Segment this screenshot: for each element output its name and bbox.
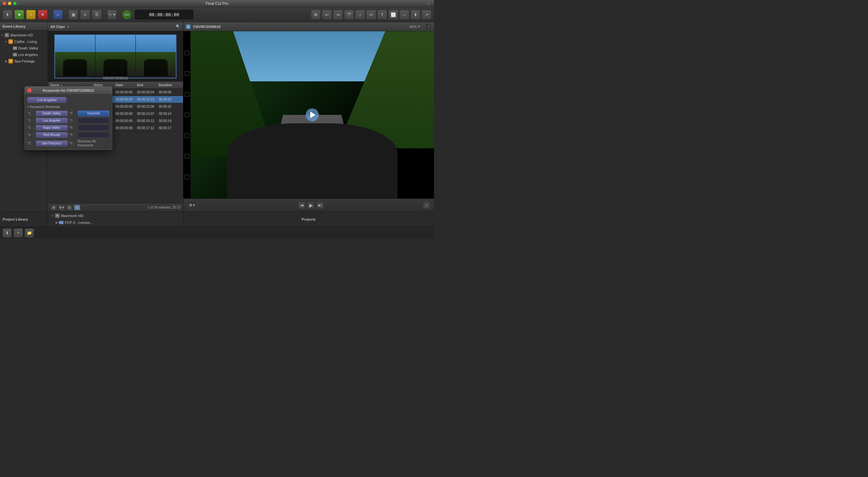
scene-car xyxy=(227,123,398,199)
arrow-icon-fcp: ▶ xyxy=(56,221,59,224)
import-from-device-button[interactable]: ⬇ xyxy=(3,229,12,238)
preview-toolbar: ◈ CNV0072030610 64% ▾ ⤢ xyxy=(183,22,434,31)
shortcut-tag-death-valley[interactable]: Death Valley xyxy=(36,111,68,116)
project-label-hd: Macintosh HD xyxy=(61,214,83,218)
toggle-sidebar-button[interactable]: ⊞ xyxy=(51,205,57,210)
tool-audio[interactable]: ♪ xyxy=(355,10,365,20)
tool-video[interactable]: 🎬 xyxy=(344,10,354,20)
shortcut-tag-empty-7[interactable]: ‌ xyxy=(78,118,110,123)
play-overlay-button[interactable] xyxy=(306,108,319,122)
checkbox-5[interactable] xyxy=(185,133,189,138)
project-macintosh-hd[interactable]: ▾ ⊞ Macintosh HD xyxy=(51,213,180,219)
shortcut-row-0: ^0 Remove All Keywords xyxy=(69,139,110,147)
shortcut-tag-empty-8[interactable]: ‌ xyxy=(78,125,110,131)
shortcut-row-1: ^1 Death Valley xyxy=(27,111,68,116)
sidebar-label-los-angeles: Los Angeles xyxy=(18,53,38,57)
col-end[interactable]: End xyxy=(137,83,159,87)
play-button[interactable]: ▶ xyxy=(307,202,314,209)
preview-controls: ⊞ ▾ |◀ ▶ ▶| ⤢ xyxy=(183,199,434,211)
projects-center: Projects xyxy=(183,212,434,227)
cell-start: 00:00:00:00 xyxy=(116,105,137,108)
list-view-button[interactable]: ≡ xyxy=(80,10,90,20)
current-keywords-row: Los Angeles xyxy=(27,97,110,103)
checkbox-4[interactable] xyxy=(185,112,189,117)
frame-image-1 xyxy=(55,35,95,78)
shortcut-tag-red-woods[interactable]: Red Woods xyxy=(36,132,68,138)
shortcut-tag-napa-valley[interactable]: Napa Valley xyxy=(36,125,68,131)
shortcut-key-6: ^6 xyxy=(69,112,76,115)
minimize-button[interactable] xyxy=(8,2,11,5)
clip-icon-death-valley xyxy=(13,46,17,50)
select-tool-button[interactable]: ↖ ▾ xyxy=(107,10,117,20)
detail-view-button[interactable]: ☰ xyxy=(92,10,101,20)
maximize-button[interactable] xyxy=(13,2,17,5)
window-controls[interactable] xyxy=(3,2,17,5)
list-view-button[interactable]: ☰ xyxy=(74,205,81,210)
yellow-star-button[interactable]: ☆ xyxy=(26,10,36,20)
shortcut-tag-yosemite[interactable]: Yosemite xyxy=(78,111,110,116)
tool-undo[interactable]: ↩ xyxy=(322,10,332,20)
tool-export[interactable]: ↗ xyxy=(422,10,431,20)
clips-dropdown-arrow[interactable]: ▾ xyxy=(67,25,69,28)
new-folder-button[interactable]: 📁 xyxy=(25,229,34,238)
sidebar-tree: ▾ ⊞ Macintosh HD ▾ ★ Califor...Living De… xyxy=(0,31,48,66)
clips-status-bar: ⊞ ⚙ ▾ ⊟ ☰ 1 of 30 selected, 20:13 xyxy=(48,203,183,211)
clip-view-button[interactable]: ▦ xyxy=(68,10,78,20)
checkbox-7[interactable] xyxy=(185,175,189,179)
modal-close-button[interactable]: ✕ xyxy=(27,88,32,93)
keyword-tag-los-angeles[interactable]: Los Angeles xyxy=(27,97,66,103)
sidebar-item-macintosh-hd[interactable]: ▾ ⊞ Macintosh HD xyxy=(0,32,48,38)
tool-settings[interactable]: ⚙ xyxy=(311,10,321,20)
tool-redo[interactable]: ↪ xyxy=(333,10,343,20)
shortcut-tag-san-francisco[interactable]: San Fancisco xyxy=(36,141,68,146)
sidebar-item-califliving[interactable]: ▾ ★ Califor...Living xyxy=(0,38,48,45)
shortcuts-header[interactable]: ▾ Keyword Shortcuts xyxy=(27,105,110,109)
filmstrip[interactable] xyxy=(54,34,177,78)
checkbox-6[interactable] xyxy=(185,154,189,159)
go-to-start-button[interactable]: |◀ xyxy=(298,202,305,209)
project-fcp-lesson[interactable]: ▶ FCP X - Lesson... xyxy=(51,220,180,226)
search-button[interactable]: 🔍 xyxy=(176,24,180,29)
toolbar-separator-1 xyxy=(50,10,51,19)
layout-button[interactable]: ⊞ ▾ xyxy=(187,200,197,210)
checkbox-2[interactable] xyxy=(185,71,189,76)
sidebar-item-death-valley[interactable]: Death Valley xyxy=(0,45,48,52)
zoom-dropdown-arrow[interactable]: ▾ xyxy=(418,24,420,29)
shortcut-row-6: ^6 Yosemite xyxy=(69,111,110,116)
preview-panel: ◈ CNV0072030610 64% ▾ ⤢ xyxy=(183,22,434,211)
fullscreen-preview-button[interactable]: ⤢ xyxy=(423,202,430,209)
reject-button[interactable]: ✕ xyxy=(38,10,48,20)
sidebar-item-spa-footage[interactable]: ▶ ★ Spa Footage xyxy=(0,58,48,64)
import-button[interactable]: ⬇ xyxy=(3,10,12,20)
shortcut-key-8: ^8 xyxy=(69,126,76,130)
add-project-button[interactable]: + xyxy=(14,229,23,238)
shortcut-tag-empty-9[interactable]: ‌ xyxy=(78,132,110,138)
grid-view-button[interactable]: ⊟ xyxy=(66,205,72,210)
tool-crop[interactable]: ↔ xyxy=(400,10,409,20)
cell-start: 00:00:00:00 xyxy=(116,98,137,101)
app-title: Final Cut Pro xyxy=(206,1,228,6)
checkbox-3[interactable] xyxy=(185,92,189,97)
cell-duration: 00:00:15 xyxy=(159,105,181,108)
go-to-end-button[interactable]: ▶| xyxy=(316,202,323,209)
close-button[interactable] xyxy=(3,2,6,5)
green-flag-button[interactable]: ★ xyxy=(14,10,24,20)
keyword-button[interactable]: ⌂ xyxy=(53,10,63,20)
remove-all-keywords-button[interactable]: Remove All Keywords xyxy=(78,139,110,147)
keyword-shortcuts-section: ▾ Keyword Shortcuts ^1 Death Valley ^6 Y… xyxy=(27,105,110,147)
fullscreen-button[interactable]: ⤢ xyxy=(426,24,431,30)
col-duration[interactable]: Duration xyxy=(159,83,181,87)
checkbox-1[interactable] xyxy=(185,51,189,55)
sidebar-item-los-angeles[interactable]: Los Angeles xyxy=(0,52,48,58)
tool-trim[interactable]: ✂ xyxy=(366,10,376,20)
tool-text[interactable]: T xyxy=(377,10,387,20)
col-start[interactable]: Start xyxy=(116,83,137,87)
shortcut-key-2: ^2 xyxy=(27,119,34,122)
tool-transform[interactable]: ⬜ xyxy=(389,10,398,20)
settings-button[interactable]: ⚙ ▾ xyxy=(58,205,65,210)
tool-share[interactable]: ⬆ xyxy=(410,10,420,20)
scene-background xyxy=(190,31,434,199)
filmstrip-frame-1 xyxy=(55,35,95,78)
modal-title: Keywords for CNV0072030610 xyxy=(43,89,94,93)
shortcut-tag-los-angeles[interactable]: Los Angeles xyxy=(36,118,68,123)
